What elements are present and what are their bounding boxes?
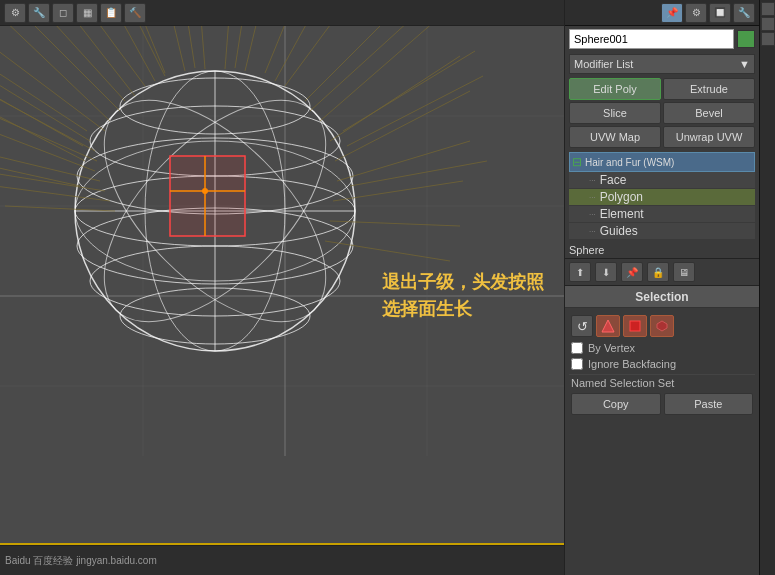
pin-icon-btn[interactable]: 📌 — [661, 3, 683, 23]
baidu-watermark: Baidu 百度经验 jingyan.baidu.com — [5, 554, 157, 568]
slice-btn[interactable]: Slice — [569, 102, 661, 124]
stack-icon-2[interactable]: ⬇ — [595, 262, 617, 282]
svg-line-33 — [60, 26, 145, 86]
toolbar-icon-6[interactable]: 🔨 — [124, 3, 146, 23]
svg-line-41 — [115, 26, 165, 73]
tree-item-element[interactable]: ··· Element — [569, 206, 755, 223]
named-sel-label: Named Selection Set — [569, 374, 755, 391]
svg-line-59 — [350, 161, 487, 186]
bevel-btn[interactable]: Bevel — [663, 102, 755, 124]
svg-line-24 — [0, 101, 97, 161]
sel-icons-row: ↺ — [569, 312, 755, 340]
svg-line-40 — [245, 26, 275, 71]
right-panel: 📌 ⚙ 🔲 🔧 Modifier List ▼ Edit Poly Extrud… — [564, 0, 759, 575]
svg-line-39 — [225, 26, 235, 69]
tree-dot-element: ··· — [589, 210, 596, 219]
tree-label-element: Element — [600, 207, 644, 221]
sel-vertex-icon[interactable] — [596, 315, 620, 337]
tree-item-guides[interactable]: ··· Guides — [569, 223, 755, 240]
svg-line-29 — [5, 206, 115, 211]
far-right-btn-1[interactable] — [761, 2, 775, 16]
copy-paste-row: Copy Paste — [569, 391, 755, 417]
tree-item-polygon[interactable]: ··· Polygon — [569, 189, 755, 206]
sel-poly-icon[interactable] — [650, 315, 674, 337]
toolbar-icon-1[interactable]: ⚙ — [4, 3, 26, 23]
tree-header-hair-fur[interactable]: ⊟ Hair and Fur (WSM) — [569, 152, 755, 172]
svg-line-48 — [337, 141, 470, 181]
panel-icons-row: ⬆ ⬇ 📌 🔒 🖥 — [565, 258, 759, 286]
svg-rect-68 — [630, 321, 640, 331]
svg-line-46 — [330, 56, 460, 141]
extrude-btn[interactable]: Extrude — [663, 78, 755, 100]
panel-icons-top: 📌 ⚙ 🔲 🔧 — [565, 0, 759, 26]
svg-rect-21 — [170, 156, 245, 236]
unwrap-uvw-btn[interactable]: Unwrap UVW — [663, 126, 755, 148]
sphere-label[interactable]: Sphere — [565, 242, 759, 258]
tree-label-polygon: Polygon — [600, 190, 643, 204]
svg-line-38 — [195, 26, 205, 69]
object-name-input[interactable] — [569, 29, 734, 49]
viewport-content: 退出子级，头发按照 选择面生长 Baidu 百度经验 jingyan.baidu… — [0, 26, 564, 575]
svg-line-53 — [310, 26, 420, 111]
modifier-dropdown[interactable]: Modifier List ▼ — [569, 54, 755, 74]
sel-refresh-btn[interactable]: ↺ — [571, 315, 593, 337]
by-vertex-checkbox[interactable] — [571, 342, 583, 354]
svg-line-60 — [0, 46, 87, 131]
selection-section: Selection ↺ — [565, 286, 759, 575]
svg-line-42 — [265, 26, 315, 73]
svg-line-35 — [0, 26, 110, 121]
svg-line-43 — [285, 26, 370, 86]
stack-icon-4[interactable]: 🔒 — [647, 262, 669, 282]
object-color-swatch[interactable] — [737, 30, 755, 48]
svg-line-25 — [0, 171, 105, 191]
tree-item-face[interactable]: ··· Face — [569, 172, 755, 189]
object-name-row — [565, 26, 759, 52]
svg-marker-69 — [657, 321, 667, 331]
toolbar-icon-4[interactable]: ▦ — [76, 3, 98, 23]
svg-line-51 — [325, 241, 450, 261]
stack-icon-5[interactable]: 🖥 — [673, 262, 695, 282]
utilities-icon-btn[interactable]: 🔧 — [733, 3, 755, 23]
copy-btn[interactable]: Copy — [571, 393, 661, 415]
stack-icon-3[interactable]: 📌 — [621, 262, 643, 282]
by-vertex-label: By Vertex — [588, 342, 635, 354]
uvw-map-btn[interactable]: UVW Map — [569, 126, 661, 148]
far-right-btn-3[interactable] — [761, 32, 775, 46]
ignore-backfacing-label: Ignore Backfacing — [588, 358, 676, 370]
tree-dot-guides: ··· — [589, 227, 596, 236]
sel-edge-icon[interactable] — [623, 315, 647, 337]
far-right-btn-2[interactable] — [761, 17, 775, 31]
toolbar-icon-3[interactable]: ◻ — [52, 3, 74, 23]
svg-line-36 — [45, 26, 135, 96]
top-toolbar: ⚙ 🔧 ◻ ▦ 📋 🔨 — [0, 0, 564, 26]
viewport-area[interactable]: ⚙ 🔧 ◻ ▦ 📋 🔨 — [0, 0, 564, 575]
toolbar-icon-2[interactable]: 🔧 — [28, 3, 50, 23]
tree-label-face: Face — [600, 173, 627, 187]
ignore-backfacing-checkbox[interactable] — [571, 358, 583, 370]
bottom-strip: Baidu 百度经验 jingyan.baidu.com — [0, 545, 564, 575]
svg-line-22 — [0, 121, 95, 171]
main-container: ⚙ 🔧 ◻ ▦ 📋 🔨 — [0, 0, 775, 575]
toolbar-icon-5[interactable]: 📋 — [100, 3, 122, 23]
stack-icon-1[interactable]: ⬆ — [569, 262, 591, 282]
svg-line-62 — [175, 26, 195, 68]
configure-btn[interactable]: ⚙ — [685, 3, 707, 23]
modifier-tree: ⊟ Hair and Fur (WSM) ··· Face ··· Polygo… — [565, 150, 759, 242]
svg-line-50 — [330, 221, 460, 226]
modifier-list-row: Modifier List ▼ — [565, 52, 759, 76]
ignore-backfacing-row: Ignore Backfacing — [569, 356, 755, 372]
far-right-strip — [759, 0, 775, 575]
svg-line-45 — [320, 26, 435, 121]
buttons-grid: Edit Poly Extrude Slice Bevel UVW Map Un… — [565, 76, 759, 150]
tree-label-guides: Guides — [600, 224, 638, 238]
edit-poly-btn[interactable]: Edit Poly — [569, 78, 661, 100]
svg-marker-67 — [602, 320, 614, 332]
chinese-line1: 退出子级，头发按照 — [382, 268, 544, 295]
svg-line-58 — [347, 76, 483, 146]
tree-expand-icon: ⊟ — [572, 155, 582, 169]
paste-btn[interactable]: Paste — [664, 393, 754, 415]
display-icon-btn[interactable]: 🔲 — [709, 3, 731, 23]
selection-content: ↺ — [565, 308, 759, 421]
svg-line-63 — [235, 26, 255, 68]
svg-line-52 — [15, 26, 120, 111]
